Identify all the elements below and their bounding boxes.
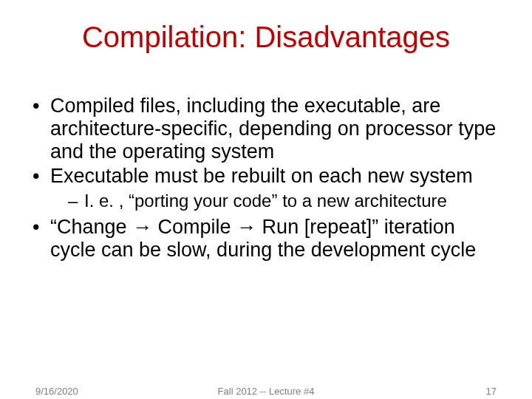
footer-page-number: 17 bbox=[486, 386, 497, 397]
bullet-text: “Change → Compile → Run [repeat]” iterat… bbox=[50, 216, 476, 261]
bullet-item: Executable must be rebuilt on each new s… bbox=[33, 165, 505, 211]
bullet-text: Compiled files, including the executable… bbox=[50, 95, 496, 163]
sub-bullet-item: I. e. , “porting your code” to a new arc… bbox=[50, 191, 505, 211]
bullet-list: Compiled files, including the executable… bbox=[33, 95, 505, 262]
slide-body: Compiled files, including the executable… bbox=[33, 95, 505, 263]
sub-bullet-text: I. e. , “porting your code” to a new arc… bbox=[84, 191, 447, 211]
footer-lecture: Fall 2012 -- Lecture #4 bbox=[35, 386, 497, 397]
slide: Compilation: Disadvantages Compiled file… bbox=[0, 0, 532, 399]
bullet-item: Compiled files, including the executable… bbox=[33, 95, 505, 163]
bullet-item: “Change → Compile → Run [repeat]” iterat… bbox=[33, 216, 505, 262]
sub-bullet-list: I. e. , “porting your code” to a new arc… bbox=[50, 191, 505, 211]
bullet-text: Executable must be rebuilt on each new s… bbox=[50, 165, 473, 187]
slide-title: Compilation: Disadvantages bbox=[0, 21, 532, 54]
